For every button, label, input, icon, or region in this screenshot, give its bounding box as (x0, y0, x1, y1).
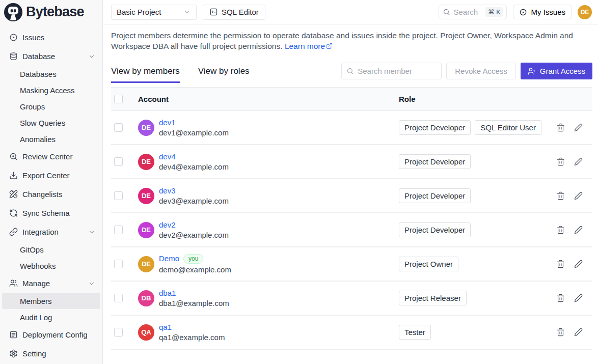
sidebar-item-label: Export Center (22, 171, 95, 180)
member-avatar: DE (138, 154, 154, 170)
members-description: Project members determine the permission… (111, 30, 590, 51)
sidebar-item-label: Changelists (22, 190, 95, 199)
sidebar-item-label: Review Center (22, 152, 95, 161)
sidebar-item-webhooks[interactable]: Webhooks (2, 258, 100, 274)
header-checkbox-cell (111, 95, 138, 103)
sidebar-item-export-center[interactable]: Export Center (2, 166, 100, 185)
actions-cell (556, 226, 592, 234)
sidebar-item-issues[interactable]: Issues (2, 28, 100, 47)
my-issues-button[interactable]: My Issues (513, 5, 572, 19)
learn-more-link[interactable]: Learn more (285, 42, 325, 50)
actions-cell (556, 191, 592, 200)
role-cell: Project Owner (390, 257, 556, 271)
edit-member-button[interactable] (574, 191, 583, 200)
sidebar-item-groups[interactable]: Groups (2, 98, 100, 115)
user-avatar[interactable]: DE (578, 5, 592, 19)
sidebar-item-gitops[interactable]: GitOps (2, 241, 100, 258)
sidebar-item-deployment-config[interactable]: Deployment Config (2, 325, 100, 344)
edit-member-button[interactable] (574, 328, 583, 337)
sidebar-item-slow-queries[interactable]: Slow Queries (2, 115, 100, 131)
account-cell: DEdev2dev2@example.com (138, 220, 390, 239)
sidebar-item-members[interactable]: Members (2, 293, 100, 309)
sidebar-item-review-center[interactable]: Review Center (2, 147, 100, 166)
project-select[interactable]: Basic Project (111, 5, 197, 20)
select-all-checkbox[interactable] (114, 95, 123, 103)
chevron-down-icon (88, 280, 95, 287)
row-checkbox[interactable] (114, 294, 123, 302)
sidebar-item-anomalies[interactable]: Anomalies (2, 131, 100, 147)
member-name-link[interactable]: dev2 (159, 220, 176, 229)
role-badge: Project Developer (399, 188, 471, 203)
row-checkbox[interactable] (114, 123, 123, 132)
table-row: DEdev3dev3@example.comProject Developer (111, 179, 592, 213)
role-badge: Tester (399, 325, 431, 340)
member-name-link[interactable]: Demo (159, 254, 179, 263)
sidebar-item-label: Setting (22, 349, 95, 358)
delete-member-button[interactable] (556, 328, 565, 337)
sidebar-item-changelists[interactable]: Changelists (2, 185, 100, 204)
edit-member-button[interactable] (574, 226, 583, 234)
row-checkbox[interactable] (114, 260, 123, 268)
sidebar-item-setting[interactable]: Setting (2, 344, 100, 363)
member-email: demo@example.com (159, 265, 231, 274)
delete-member-button[interactable] (556, 226, 565, 234)
tab-view-by-roles[interactable]: View by roles (198, 66, 250, 76)
brand-logo-area[interactable]: Bytebase (0, 0, 103, 24)
edit-member-button[interactable] (574, 123, 583, 132)
search-icon (443, 8, 450, 16)
delete-member-button[interactable] (556, 123, 565, 132)
grant-access-button[interactable]: Grant Access (521, 63, 592, 79)
row-checkbox-cell (111, 226, 138, 234)
sidebar-item-masking-access[interactable]: Masking Access (2, 82, 100, 98)
my-issues-label: My Issues (531, 8, 565, 16)
main-content: Project members determine the permission… (103, 24, 598, 364)
you-badge: you (183, 254, 203, 264)
review-center-icon (9, 152, 18, 161)
sidebar-item-database[interactable]: Database (2, 47, 100, 66)
delete-member-button[interactable] (556, 294, 565, 302)
delete-member-button[interactable] (556, 157, 565, 166)
sidebar-item-label: Sync Schema (22, 209, 95, 217)
sql-editor-button[interactable]: SQL Editor (203, 5, 265, 20)
row-checkbox[interactable] (114, 191, 123, 200)
sidebar-item-audit-log[interactable]: Audit Log (2, 309, 100, 325)
sidebar-item-label: Members (20, 297, 95, 305)
sidebar-item-label: GitOps (20, 245, 95, 254)
row-checkbox-cell (111, 328, 138, 337)
sidebar-item-manage[interactable]: Manage (2, 274, 100, 293)
role-badge: SQL Editor User (475, 120, 541, 135)
tab-view-by-members[interactable]: View by members (111, 66, 180, 76)
member-search-input[interactable]: Search member (341, 63, 442, 79)
member-name-link[interactable]: dba1 (159, 289, 176, 297)
edit-member-button[interactable] (574, 294, 583, 302)
sidebar-item-integration[interactable]: Integration (2, 222, 100, 241)
revoke-access-button[interactable]: Revoke Access (446, 63, 516, 79)
actions-cell (556, 294, 592, 302)
row-checkbox-cell (111, 294, 138, 302)
top-bar-main: Basic Project SQL Editor Search ⌘ K My I… (103, 0, 598, 24)
sidebar-item-sync-schema[interactable]: Sync Schema (2, 204, 100, 222)
row-checkbox-cell (111, 123, 138, 132)
delete-member-button[interactable] (556, 191, 565, 200)
actions-cell (556, 123, 592, 132)
member-name-link[interactable]: dev3 (159, 186, 176, 195)
edit-member-button[interactable] (574, 260, 583, 268)
global-search-input[interactable]: Search ⌘ K (439, 5, 507, 19)
actions-cell (556, 157, 592, 166)
bytebase-logo-icon (4, 3, 23, 22)
member-email: dev1@example.com (159, 128, 229, 137)
row-checkbox[interactable] (114, 328, 123, 337)
member-name-link[interactable]: dev1 (159, 118, 176, 127)
row-checkbox[interactable] (114, 157, 123, 166)
sidebar-item-databases[interactable]: Databases (2, 66, 100, 82)
row-checkbox[interactable] (114, 226, 123, 234)
role-cell: Project Developer (390, 222, 556, 237)
delete-member-button[interactable] (556, 260, 565, 268)
integration-icon (9, 228, 18, 236)
member-name-link[interactable]: dev4 (159, 152, 176, 161)
edit-member-button[interactable] (574, 157, 583, 166)
search-shortcut-badge: ⌘ K (485, 7, 503, 17)
member-name-link[interactable]: qa1 (159, 323, 172, 331)
issue-dot-icon (519, 8, 527, 16)
chevron-down-icon (88, 229, 95, 236)
